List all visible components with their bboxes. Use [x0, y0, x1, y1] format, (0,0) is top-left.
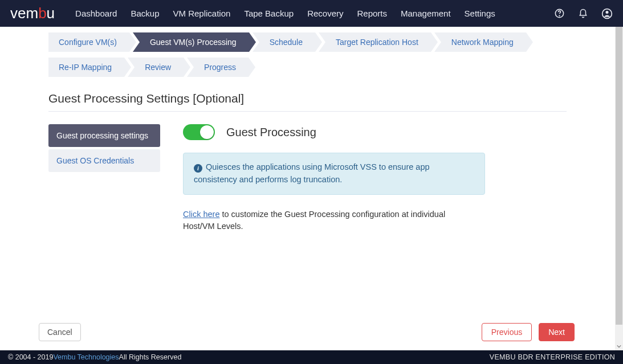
footer-copyright-prefix: © 2004 - 2019	[8, 353, 53, 361]
content-row: Guest processing settings Guest OS Crede…	[48, 124, 567, 233]
step-schedule[interactable]: Schedule	[253, 32, 315, 52]
nav-backup[interactable]: Backup	[124, 0, 166, 27]
main-column: Guest Processing i Quiesces the applicat…	[183, 124, 567, 233]
nav-settings[interactable]: Settings	[458, 0, 502, 27]
guest-processing-toggle[interactable]	[183, 124, 215, 140]
wizard-container: Configure VM(s) Guest VM(s) Processing S…	[0, 27, 615, 233]
logo-text-2: u	[47, 5, 55, 22]
step-guest-vms-processing[interactable]: Guest VM(s) Processing	[133, 32, 249, 52]
page-title: Guest Processing Settings [Optional]	[48, 87, 567, 112]
step-configure-vms[interactable]: Configure VM(s)	[48, 32, 129, 52]
wizard-steps: Configure VM(s) Guest VM(s) Processing S…	[48, 32, 567, 83]
button-bar: Cancel Previous Next	[39, 323, 575, 341]
scrollbar-thumb[interactable]	[616, 27, 622, 325]
nav-items: Dashboard Backup VM Replication Tape Bac…	[68, 0, 502, 27]
nav-recovery[interactable]: Recovery	[300, 0, 350, 27]
customize-link[interactable]: Click here	[183, 210, 219, 219]
nav-management[interactable]: Management	[394, 0, 458, 27]
step-target-replication-host[interactable]: Target Replication Host	[319, 32, 431, 52]
logo[interactable]: vembu	[10, 5, 55, 22]
customize-text: Click here to customize the Guest Proces…	[183, 208, 468, 234]
step-network-mapping[interactable]: Network Mapping	[434, 32, 526, 52]
svg-point-3	[606, 11, 609, 14]
nav-vm-replication[interactable]: VM Replication	[166, 0, 238, 27]
scrollbar-track[interactable]	[615, 27, 623, 350]
nav-tape-backup[interactable]: Tape Backup	[237, 0, 300, 27]
customize-rest: to customize the Guest Processing config…	[183, 210, 445, 231]
info-text: Quiesces the applications using Microsof…	[194, 162, 430, 184]
footer: © 2004 - 2019 Vembu Technologies All Rig…	[0, 350, 623, 364]
side-tabs: Guest processing settings Guest OS Crede…	[48, 124, 160, 233]
cancel-button[interactable]: Cancel	[39, 323, 81, 341]
step-review[interactable]: Review	[128, 58, 184, 77]
previous-button[interactable]: Previous	[482, 323, 532, 341]
footer-company-link[interactable]: Vembu Technologies	[53, 353, 119, 361]
guest-processing-header: Guest Processing	[183, 124, 567, 140]
logo-text-1: vem	[10, 5, 38, 22]
info-box: i Quiesces the applications using Micros…	[183, 153, 485, 195]
page-body: Configure VM(s) Guest VM(s) Processing S…	[0, 27, 623, 350]
toggle-knob	[200, 125, 214, 139]
side-tab-guest-os-credentials[interactable]: Guest OS Credentials	[48, 149, 160, 172]
step-progress[interactable]: Progress	[187, 58, 249, 77]
side-tab-guest-processing-settings[interactable]: Guest processing settings	[48, 124, 160, 147]
footer-edition: VEMBU BDR ENTERPRISE EDITION	[490, 353, 615, 361]
help-icon[interactable]	[553, 8, 565, 19]
user-icon[interactable]	[601, 8, 613, 19]
info-icon: i	[194, 164, 202, 173]
guest-processing-title: Guest Processing	[226, 126, 316, 139]
nav-reports[interactable]: Reports	[350, 0, 394, 27]
top-navbar: vembu Dashboard Backup VM Replication Ta…	[0, 0, 623, 27]
nav-dashboard[interactable]: Dashboard	[68, 0, 124, 27]
bell-icon[interactable]	[577, 8, 589, 19]
nav-right	[553, 8, 613, 19]
scroll-down-icon[interactable]	[615, 342, 623, 350]
logo-accent: b	[38, 5, 46, 22]
svg-point-1	[559, 15, 560, 16]
next-button[interactable]: Next	[539, 323, 575, 341]
step-re-ip-mapping[interactable]: Re-IP Mapping	[48, 58, 124, 77]
footer-copyright-suffix: All Rights Reserved	[119, 353, 182, 361]
